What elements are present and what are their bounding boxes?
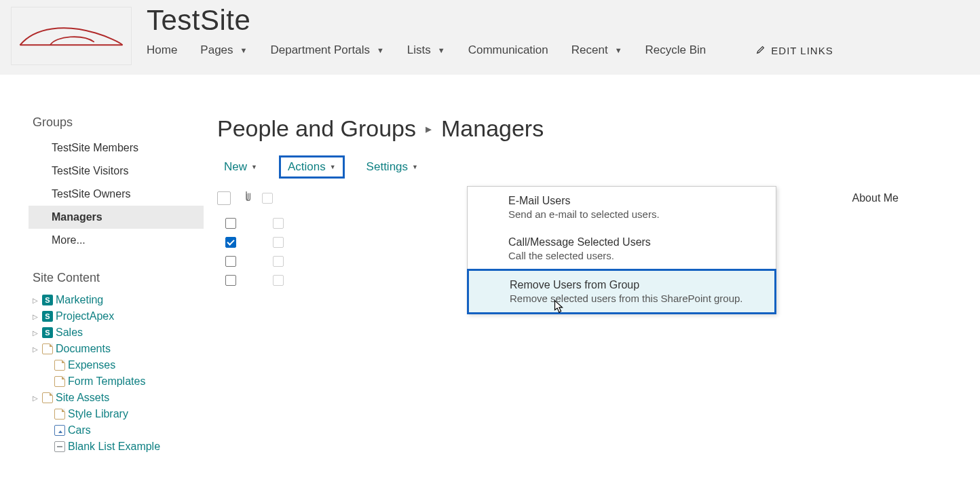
- menu-item-description: Remove selected users from this SharePoi…: [510, 293, 764, 304]
- doc-icon: [54, 409, 65, 420]
- edit-links-button[interactable]: EDIT LINKS: [756, 45, 833, 56]
- menu-item-title: E-Mail Users: [508, 195, 765, 207]
- tree-label[interactable]: Expenses: [68, 359, 115, 371]
- mouse-cursor-icon: [551, 299, 566, 314]
- nav-label: Communication: [468, 43, 548, 57]
- tree-item[interactable]: ▷SMarketing: [33, 292, 204, 308]
- nav-label: Recycle Bin: [645, 43, 706, 57]
- menu-item-title: Remove Users from Group: [510, 279, 764, 291]
- expander-icon[interactable]: ▷: [33, 313, 39, 320]
- sidebar-group-more-[interactable]: More...: [29, 229, 204, 252]
- tree-item[interactable]: ▷SSales: [33, 324, 204, 341]
- row-secondary-checkbox: [273, 237, 284, 248]
- chevron-down-icon: ▼: [330, 164, 336, 170]
- list-icon: [54, 441, 65, 452]
- nav-label: Recent: [571, 43, 608, 57]
- site-content-heading: Site Content: [33, 271, 204, 285]
- site-icon: S: [42, 327, 53, 338]
- row-secondary-checkbox: [273, 256, 284, 267]
- row-checkbox[interactable]: [225, 218, 236, 229]
- nav-label: Department Portals: [270, 43, 369, 57]
- site-logo[interactable]: [11, 7, 132, 65]
- row-checkbox[interactable]: [225, 256, 236, 267]
- chevron-down-icon: ▼: [240, 46, 248, 54]
- nav-item-department-portals[interactable]: Department Portals▼: [270, 43, 383, 57]
- nav-item-lists[interactable]: Lists▼: [407, 43, 445, 57]
- tree-item[interactable]: ▷Site Assets: [33, 390, 204, 406]
- menu-item-description: Send an e-mail to selected users.: [508, 208, 765, 220]
- nav-item-home[interactable]: Home: [147, 43, 177, 57]
- breadcrumb-separator-icon: ▸: [426, 122, 432, 136]
- header-right: TestSite HomePages▼Department Portals▼Li…: [132, 7, 833, 57]
- expander-icon[interactable]: ▷: [33, 346, 39, 353]
- row-checkbox[interactable]: [225, 237, 236, 248]
- sidebar-group-testsite-members[interactable]: TestSite Members: [29, 136, 204, 160]
- header-placeholder-checkbox: [262, 193, 273, 204]
- tree-item[interactable]: Style Library: [33, 406, 204, 422]
- menu-item-description: Call the selected users.: [508, 250, 765, 261]
- menu-item-title: Call/Message Selected Users: [508, 236, 765, 248]
- tree-item[interactable]: ▷Documents: [33, 341, 204, 357]
- actions-menu-item-remove-users-from-group[interactable]: Remove Users from GroupRemove selected u…: [467, 269, 776, 314]
- nav-label: Pages: [200, 43, 233, 57]
- chevron-down-icon: ▼: [251, 164, 257, 170]
- car-logo-icon: [17, 19, 126, 53]
- nav-item-recent[interactable]: Recent▼: [571, 43, 622, 57]
- pencil-icon: [756, 45, 766, 56]
- groups-heading: Groups: [33, 115, 204, 130]
- chevron-down-icon: ▼: [438, 46, 445, 54]
- nav-item-recycle-bin[interactable]: Recycle Bin: [645, 43, 706, 57]
- expander-icon[interactable]: ▷: [33, 329, 39, 337]
- row-checkbox[interactable]: [225, 275, 236, 286]
- tree-label[interactable]: Site Assets: [56, 392, 109, 404]
- tree-item[interactable]: Cars: [33, 422, 204, 439]
- sidebar-group-managers[interactable]: Managers: [29, 206, 204, 229]
- tree-label[interactable]: Sales: [56, 327, 83, 339]
- doc-icon: [42, 392, 53, 403]
- tree-label[interactable]: Documents: [56, 343, 111, 355]
- actions-button[interactable]: Actions ▼: [279, 155, 345, 179]
- site-content-tree: ▷SMarketing▷SProjectApex▷SSales▷Document…: [33, 292, 204, 455]
- settings-label: Settings: [366, 160, 408, 174]
- breadcrumb: People and Groups ▸ Managers: [217, 115, 980, 142]
- nav-item-pages[interactable]: Pages▼: [200, 43, 247, 57]
- tree-label[interactable]: Style Library: [68, 408, 128, 420]
- chevron-down-icon: ▼: [412, 164, 418, 170]
- settings-button[interactable]: Settings ▼: [360, 157, 425, 176]
- doc-icon: [42, 343, 53, 354]
- new-button[interactable]: New ▼: [217, 157, 264, 176]
- actions-dropdown: E-Mail UsersSend an e-mail to selected u…: [467, 186, 776, 314]
- actions-menu-item-e-mail-users[interactable]: E-Mail UsersSend an e-mail to selected u…: [468, 187, 776, 228]
- tree-label[interactable]: ProjectApex: [56, 310, 114, 322]
- tree-item[interactable]: Expenses: [33, 357, 204, 373]
- new-label: New: [224, 160, 247, 174]
- tree-label[interactable]: Marketing: [56, 294, 103, 306]
- group-list: TestSite MembersTestSite VisitorsTestSit…: [29, 136, 204, 252]
- doc-icon: [54, 360, 65, 371]
- select-all-icon[interactable]: [217, 191, 231, 205]
- doc-icon: [54, 376, 65, 387]
- tree-item[interactable]: ▷SProjectApex: [33, 308, 204, 324]
- column-about-me[interactable]: About Me: [852, 192, 980, 204]
- pic-icon: [54, 425, 65, 436]
- breadcrumb-parent[interactable]: People and Groups: [217, 115, 416, 142]
- tree-item[interactable]: Form Templates: [33, 373, 204, 390]
- actions-menu-item-call-message-selected-users[interactable]: Call/Message Selected UsersCall the sele…: [468, 228, 776, 269]
- tree-label[interactable]: Blank List Example: [68, 441, 160, 453]
- header: TestSite HomePages▼Department Portals▼Li…: [0, 0, 980, 75]
- expander-icon[interactable]: ▷: [33, 394, 39, 402]
- row-secondary-checkbox: [273, 275, 284, 286]
- sidebar-group-testsite-visitors[interactable]: TestSite Visitors: [29, 160, 204, 183]
- breadcrumb-current: Managers: [441, 115, 544, 142]
- nav-label: Lists: [407, 43, 431, 57]
- attachment-icon[interactable]: [242, 191, 251, 206]
- row-secondary-checkbox: [273, 218, 284, 229]
- sidebar-group-testsite-owners[interactable]: TestSite Owners: [29, 183, 204, 206]
- nav-item-communication[interactable]: Communication: [468, 43, 548, 57]
- tree-label[interactable]: Form Templates: [68, 375, 145, 388]
- tree-item[interactable]: Blank List Example: [33, 439, 204, 455]
- expander-icon[interactable]: ▷: [33, 297, 39, 304]
- tree-label[interactable]: Cars: [68, 424, 91, 436]
- chevron-down-icon: ▼: [377, 46, 384, 54]
- site-title[interactable]: TestSite: [147, 4, 833, 37]
